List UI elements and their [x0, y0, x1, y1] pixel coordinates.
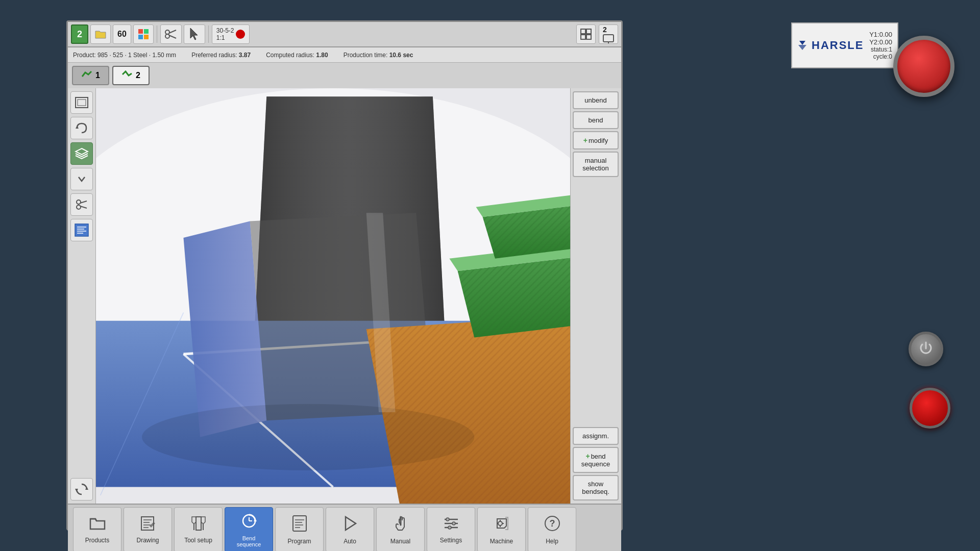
svg-rect-23	[75, 224, 88, 236]
3d-viewport[interactable]	[96, 88, 570, 504]
version-group: 30-5-2 1:1	[212, 24, 250, 44]
manual-label: Manual	[390, 538, 410, 545]
step-number-btn[interactable]: 2	[71, 24, 88, 44]
step-tab-1-label: 1	[95, 71, 100, 80]
scissors-icon-btn[interactable]	[160, 24, 182, 44]
drawing-icon	[139, 516, 157, 535]
auto-label: Auto	[344, 538, 356, 545]
drawing-btn[interactable]: Drawing	[124, 507, 172, 551]
assignm-btn[interactable]: assignm.	[573, 427, 619, 445]
layers-btn[interactable]	[70, 142, 93, 165]
svg-rect-11	[586, 35, 591, 39]
step1-icon	[81, 70, 92, 81]
products-label: Products	[85, 537, 109, 544]
step2-icon	[121, 70, 133, 81]
preferred-radius: Preferred radius: 3.87	[191, 52, 251, 59]
scene-canvas	[96, 88, 570, 504]
monitor-btn[interactable]: 2	[599, 24, 618, 44]
step-tab-2[interactable]: 2	[112, 66, 150, 85]
svg-marker-56	[201, 517, 205, 524]
grid-view-btn[interactable]	[576, 24, 596, 44]
svg-point-19	[77, 200, 81, 204]
modify-btn[interactable]: +modify	[573, 131, 619, 149]
status-info: Y1:0.00 Y2:0.00 status:1 cycle:0	[869, 31, 892, 60]
record-indicator	[236, 30, 245, 39]
svg-point-72	[446, 518, 449, 521]
svg-point-73	[452, 522, 455, 525]
program-btn[interactable]: Program	[275, 507, 324, 551]
blueprint-btn[interactable]	[70, 219, 93, 241]
step-tab-1[interactable]: 1	[72, 66, 109, 85]
logo-panel: HARSLE Y1:0.00 Y2:0.00 status:1 cycle:0	[791, 22, 898, 68]
svg-line-6	[169, 30, 176, 33]
tool-setup-icon	[190, 516, 207, 535]
svg-rect-9	[586, 29, 591, 34]
emergency-stop-btn[interactable]	[893, 36, 954, 97]
rotate-btn[interactable]	[70, 478, 93, 500]
program-label: Program	[287, 538, 311, 545]
auto-icon	[341, 515, 359, 536]
manual-icon	[392, 515, 409, 536]
auto-btn[interactable]: Auto	[326, 507, 374, 551]
folder-icon-btn[interactable]	[90, 24, 111, 44]
svg-point-5	[165, 34, 169, 38]
svg-rect-0	[138, 29, 143, 34]
svg-point-75	[498, 521, 502, 525]
chevron-down-btn[interactable]	[70, 168, 93, 190]
cycle-value: cycle:0	[869, 53, 892, 60]
brand-name: HARSLE	[797, 39, 864, 52]
cut-view-btn[interactable]	[70, 193, 93, 216]
manual-btn[interactable]: Manual	[376, 507, 425, 551]
production-time: Production time: 10.6 sec	[344, 52, 413, 59]
bottom-toolbar: Products Drawing	[68, 504, 621, 551]
main-screen: 2 60	[66, 20, 623, 531]
harsle-logo: HARSLE	[797, 39, 864, 52]
left-sidebar	[68, 88, 96, 504]
computed-radius: Computed radius: 1.80	[266, 52, 328, 59]
svg-point-20	[77, 205, 81, 209]
drawing-label: Drawing	[136, 537, 159, 544]
help-btn[interactable]: ? Help	[528, 507, 576, 551]
products-btn[interactable]: Products	[73, 507, 121, 551]
step-tabs-container: 1 2	[68, 63, 621, 88]
toolbar: 2 60	[68, 22, 621, 47]
separator-2	[208, 26, 209, 43]
svg-marker-55	[192, 517, 196, 524]
svg-marker-68	[346, 517, 356, 530]
svg-rect-8	[581, 29, 585, 34]
product-info: Product: 985 · 525 · 1 Steel · 1.50 mm	[73, 52, 176, 59]
content-area: unbend bend +modify manualselection assi…	[68, 88, 621, 504]
frame-view-btn[interactable]	[70, 91, 93, 114]
manual-selection-btn[interactable]: manualselection	[573, 152, 619, 177]
cursor-icon-btn[interactable]	[184, 24, 205, 44]
svg-marker-42	[366, 313, 570, 504]
unbend-btn[interactable]: unbend	[573, 91, 619, 109]
svg-rect-12	[603, 35, 614, 42]
bend-sequence-bottom-btn[interactable]: Bendsequence	[225, 507, 273, 551]
machine-btn[interactable]: Machine	[477, 507, 526, 551]
status-value: status:1	[869, 46, 892, 53]
temperature-value: 60	[117, 30, 127, 39]
bend-btn[interactable]: bend	[573, 111, 619, 129]
right-panel-spacer	[573, 179, 619, 425]
power-btn[interactable]	[909, 332, 943, 366]
right-panel: unbend bend +modify manualselection assi…	[570, 88, 621, 504]
bend-seq-plus: +	[585, 452, 590, 460]
power-icon	[918, 341, 934, 357]
svg-rect-3	[144, 35, 149, 39]
info-bar: Product: 985 · 525 · 1 Steel · 1.50 mm P…	[68, 47, 621, 63]
machine-icon	[493, 515, 510, 536]
y2-coord: Y2:0.00	[869, 38, 892, 46]
settings-btn[interactable]: Settings	[427, 507, 475, 551]
bend-sequence-btn[interactable]: +bendsequence	[573, 447, 619, 473]
svg-rect-1	[144, 29, 149, 34]
stop-btn[interactable]	[910, 388, 950, 429]
undo-btn[interactable]	[70, 117, 93, 139]
svg-text:?: ?	[549, 518, 555, 529]
svg-rect-10	[581, 35, 585, 39]
svg-rect-53	[141, 517, 154, 530]
windows-icon-btn[interactable]	[133, 24, 154, 44]
show-bendseq-btn[interactable]: showbendseq.	[573, 475, 619, 500]
svg-point-74	[448, 526, 451, 529]
tool-setup-btn[interactable]: Tool setup	[174, 507, 223, 551]
